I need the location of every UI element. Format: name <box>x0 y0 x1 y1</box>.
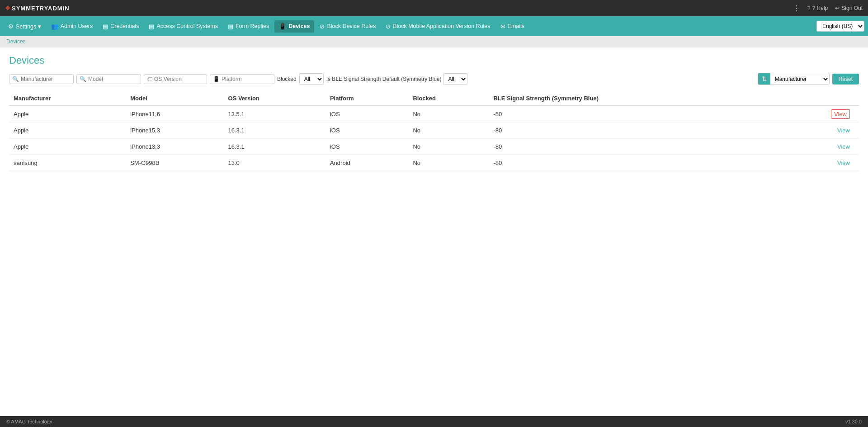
view-link-2[interactable]: View <box>837 143 850 150</box>
block-mobile-rules-icon: ⊘ <box>386 23 391 30</box>
main-content: Devices 🔍 🔍 🏷 📱 Blocked All Yes No Is BL… <box>0 47 868 416</box>
search-icon-manufacturer: 🔍 <box>12 76 19 82</box>
sort-icon-button[interactable]: ⇅ <box>758 73 770 84</box>
admin-users-icon: 👥 <box>51 23 58 30</box>
nav-label-settings: Settings ▾ <box>16 23 41 30</box>
form-replies-icon: ▤ <box>228 23 233 30</box>
footer-version: v1.30.0 <box>845 419 862 424</box>
help-label: ? Help <box>812 5 828 11</box>
language-select[interactable]: English (US) English (UK) Spanish French <box>816 21 864 32</box>
nav-label-admin-users: Admin Users <box>61 23 93 29</box>
cell-platform-3: Android <box>326 155 408 171</box>
cell-blocked-2: No <box>408 139 489 155</box>
col-header-model: Model <box>126 91 223 106</box>
ble-filter-wrapper: Is BLE Signal Strength Default (Symmetry… <box>326 73 468 85</box>
cell-blocked-0: No <box>408 106 489 122</box>
col-header-os-version: OS Version <box>224 91 326 106</box>
credentials-icon: ▤ <box>103 23 108 30</box>
devices-icon: 📱 <box>279 23 286 30</box>
cell-manufacturer-1: Apple <box>9 122 126 139</box>
cell-ble-signal-0: -50 <box>489 106 777 122</box>
sort-select[interactable]: Manufacturer Model OS Version Platform B… <box>770 74 829 84</box>
footer: © AMAG Technology v1.30.0 <box>0 416 868 427</box>
cell-ble-signal-3: -80 <box>489 155 777 171</box>
blocked-select[interactable]: All Yes No <box>299 73 324 85</box>
nav-bar: ⚙ Settings ▾ 👥 Admin Users ▤ Credentials… <box>0 16 868 36</box>
model-input[interactable] <box>88 76 138 82</box>
signout-link[interactable]: ↩ Sign Out <box>835 5 863 11</box>
device-icon: 📱 <box>213 76 220 82</box>
logo: ⌖ SYMMETRYADMIN <box>5 4 70 13</box>
help-link[interactable]: ? ? Help <box>807 5 828 11</box>
cell-manufacturer-3: samsung <box>9 155 126 171</box>
cell-ble-signal-1: -80 <box>489 122 777 139</box>
breadcrumb: Devices <box>0 36 868 47</box>
table-header-row: Manufacturer Model OS Version Platform B… <box>9 91 859 106</box>
view-link-0[interactable]: View <box>831 109 850 119</box>
cell-blocked-1: No <box>408 122 489 139</box>
table-row: Apple iPhone13,3 16.3.1 iOS No -80 View <box>9 139 859 155</box>
cell-platform-1: iOS <box>326 122 408 139</box>
tag-icon: 🏷 <box>147 76 152 82</box>
nav-label-form-replies: Form Replies <box>236 23 269 29</box>
table-row: Apple iPhone15,3 16.3.1 iOS No -80 View <box>9 122 859 139</box>
cell-model-2: iPhone13,3 <box>126 139 223 155</box>
col-header-manufacturer: Manufacturer <box>9 91 126 106</box>
col-header-actions <box>777 91 859 106</box>
emails-icon: ✉ <box>500 23 505 30</box>
manufacturer-filter-wrapper: 🔍 <box>9 74 74 84</box>
reset-button[interactable]: Reset <box>832 74 859 84</box>
nav-item-credentials[interactable]: ▤ Credentials <box>98 20 143 33</box>
nav-item-devices[interactable]: 📱 Devices <box>274 20 314 33</box>
cell-view-2: View <box>777 139 859 155</box>
nav-label-access-control: Access Control Systems <box>156 23 217 29</box>
nav-left: ⚙ Settings ▾ 👥 Admin Users ▤ Credentials… <box>4 20 529 33</box>
view-link-1[interactable]: View <box>837 127 850 134</box>
col-header-blocked: Blocked <box>408 91 489 106</box>
blocked-label: Blocked <box>277 76 297 82</box>
cell-platform-2: iOS <box>326 139 408 155</box>
more-icon: ⋮ <box>793 4 800 13</box>
nav-item-block-device-rules[interactable]: ⊘ Block Device Rules <box>315 20 380 33</box>
cell-model-0: iPhone11,6 <box>126 106 223 122</box>
cell-manufacturer-0: Apple <box>9 106 126 122</box>
signout-icon: ↩ <box>835 5 840 11</box>
nav-item-form-replies[interactable]: ▤ Form Replies <box>223 20 274 33</box>
cell-os-version-1: 16.3.1 <box>224 122 326 139</box>
model-filter-wrapper: 🔍 <box>76 74 141 84</box>
block-device-rules-icon: ⊘ <box>320 23 325 30</box>
view-link-3[interactable]: View <box>837 160 850 166</box>
page-title: Devices <box>9 55 859 66</box>
devices-table: Manufacturer Model OS Version Platform B… <box>9 91 859 171</box>
filter-bar: 🔍 🔍 🏷 📱 Blocked All Yes No Is BLE Signal… <box>9 73 859 85</box>
search-icon-model: 🔍 <box>80 76 86 82</box>
nav-item-block-mobile-rules[interactable]: ⊘ Block Mobile Application Version Rules <box>381 20 495 33</box>
breadcrumb-link-devices[interactable]: Devices <box>6 38 26 45</box>
ble-label: Is BLE Signal Strength Default (Symmetry… <box>326 76 442 82</box>
nav-item-settings[interactable]: ⚙ Settings ▾ <box>4 20 46 33</box>
cell-blocked-3: No <box>408 155 489 171</box>
access-control-icon: ▤ <box>149 23 154 30</box>
cell-view-3: View <box>777 155 859 171</box>
settings-icon: ⚙ <box>8 23 14 30</box>
cell-view-0: View <box>777 106 859 122</box>
signout-label: Sign Out <box>841 5 863 11</box>
col-header-ble-signal: BLE Signal Strength (Symmetry Blue) <box>489 91 777 106</box>
cell-ble-signal-2: -80 <box>489 139 777 155</box>
nav-item-emails[interactable]: ✉ Emails <box>496 20 529 33</box>
nav-label-block-device-rules: Block Device Rules <box>327 23 376 29</box>
os-version-filter-wrapper: 🏷 <box>144 74 207 84</box>
platform-input[interactable] <box>222 76 271 82</box>
cell-view-1: View <box>777 122 859 139</box>
cell-platform-0: iOS <box>326 106 408 122</box>
manufacturer-input[interactable] <box>21 76 71 82</box>
ble-select[interactable]: All Yes No <box>443 73 467 85</box>
cell-os-version-3: 13.0 <box>224 155 326 171</box>
top-bar: ⌖ SYMMETRYADMIN ⋮ ? ? Help ↩ Sign Out <box>0 0 868 16</box>
col-header-platform: Platform <box>326 91 408 106</box>
nav-item-admin-users[interactable]: 👥 Admin Users <box>47 20 98 33</box>
top-bar-right: ⋮ ? ? Help ↩ Sign Out <box>793 4 863 13</box>
os-version-input[interactable] <box>154 76 204 82</box>
cell-os-version-0: 13.5.1 <box>224 106 326 122</box>
nav-item-access-control[interactable]: ▤ Access Control Systems <box>144 20 222 33</box>
